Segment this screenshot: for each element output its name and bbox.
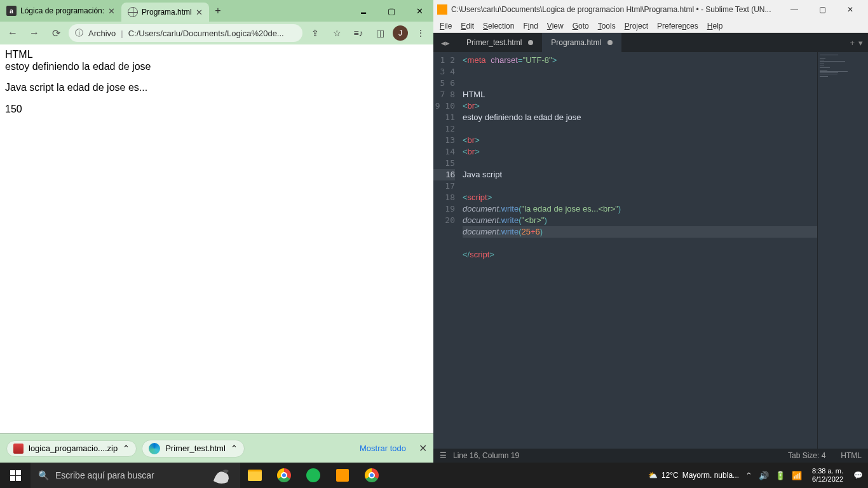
tab-nav[interactable]: ◂▸ [433,33,458,52]
status-bar: ☰ Line 16, Column 19 Tab Size: 4 HTML [433,449,868,463]
tab-dropdown-icon[interactable]: ▾ [858,38,863,48]
weather-desc: Mayorm. nubla... [682,471,739,480]
tab-title: Lógica de programación: [20,6,104,15]
window-title: C:\Users\carlu\Documents\Logica de progr… [451,5,780,14]
download-item[interactable]: logica_progamacio....zip ⌃ [6,440,137,457]
kebab-menu-icon[interactable]: ⋮ [412,24,430,42]
tab-title: Programa.html [142,8,192,17]
minimap[interactable] [817,52,868,449]
menu-help[interactable]: Help [703,20,727,32]
taskbar-app-chrome[interactable] [269,463,299,488]
zip-icon [13,444,24,454]
window-controls: — ▢ ✕ [780,5,864,14]
show-all-downloads[interactable]: Mostrar todo [360,444,406,453]
status-hamburger-icon[interactable]: ☰ [440,451,447,460]
reload-button[interactable]: ⟳ [47,24,65,42]
info-icon: ⓘ [75,27,83,39]
globe-icon [128,7,138,17]
battery-icon[interactable]: 🔋 [775,471,785,480]
menu-view[interactable]: View [543,20,567,32]
forward-button[interactable]: → [25,24,43,42]
notifications-icon[interactable]: 💬 [853,471,863,480]
window-controls: 🗕 ▢ ✕ [349,0,433,22]
taskbar-app-spotify[interactable] [299,463,328,488]
back-button[interactable]: ← [4,24,22,42]
tray-icons: ⌃ 🔊 🔋 📶 [745,471,802,480]
spotify-icon [306,468,320,482]
menu-goto[interactable]: Goto [569,20,593,32]
chrome-toolbar: ← → ⟳ ⓘ Archivo | C:/Users/carlu/Documen… [0,22,433,44]
browser-tab-inactive[interactable]: a Lógica de programación: ✕ [0,0,121,22]
close-icon[interactable]: ✕ [196,8,203,17]
clock-time: 8:38 a. m. [812,467,843,475]
side-panel-icon[interactable]: ◫ [371,24,389,42]
sublime-logo-icon [437,4,447,15]
reading-list-icon[interactable]: ≡♪ [349,24,367,42]
chevron-up-icon[interactable]: ⌃ [745,471,752,480]
editor-tabs: ◂▸ Primer_test.html Programa.html + ▾ [433,33,868,52]
menu-file[interactable]: File [436,20,456,32]
edge-icon [149,443,160,454]
new-tab-button[interactable]: + [209,0,227,22]
menu-project[interactable]: Project [621,20,652,32]
taskbar-app-chrome-2[interactable] [357,463,386,488]
profile-avatar[interactable]: J [393,25,408,41]
bookmark-icon[interactable]: ☆ [328,24,346,42]
taskbar-app-explorer[interactable] [240,463,269,488]
taskbar-search[interactable]: 🔍 Escribe aquí para buscar [31,463,240,488]
address-bar[interactable]: ⓘ Archivo | C:/Users/carlu/Documents/Log… [69,24,302,42]
page-text: HTML [5,48,428,60]
maximize-icon[interactable]: ▢ [808,5,836,14]
editor-body: 1 2 3 4 5 6 7 8 9 10 11 12 13 14 15 16 1… [433,52,868,449]
folder-icon [248,470,262,481]
minimize-icon[interactable]: 🗕 [349,0,377,22]
download-item[interactable]: Primer_test.html ⌃ [142,440,245,458]
status-cursor-pos[interactable]: Line 16, Column 19 [453,451,519,460]
weather-widget[interactable]: ⛅ 12°C Mayorm. nubla... [648,471,739,480]
start-button[interactable] [0,463,31,488]
downloads-bar: logica_progamacio....zip ⌃ Primer_test.h… [0,433,433,463]
dirty-indicator-icon [607,40,613,45]
status-syntax[interactable]: HTML [841,451,862,460]
chrome-icon [365,468,379,482]
sublime-window: C:\Users\carlu\Documents\Logica de progr… [433,0,868,463]
menu-bar: File Edit Selection Find View Goto Tools… [433,19,868,33]
editor-tab[interactable]: Primer_test.html [458,33,542,52]
volume-icon[interactable]: 🔊 [759,471,769,480]
minimize-icon[interactable]: — [780,5,808,14]
new-tab-icon[interactable]: + [850,38,855,48]
weather-temp: 12°C [661,471,679,480]
share-icon[interactable]: ⇪ [306,24,324,42]
browser-tab-active[interactable]: Programa.html ✕ [121,3,209,22]
chevron-up-icon[interactable]: ⌃ [123,444,130,453]
page-content: HTML estoy definiendo la edad de jose Ja… [0,44,433,433]
download-filename: logica_progamacio....zip [29,444,118,453]
page-text: estoy definiendo la edad de jose [5,60,428,72]
close-icon[interactable]: ✕ [405,0,433,22]
menu-selection[interactable]: Selection [479,20,518,32]
taskbar-app-sublime[interactable] [328,463,357,488]
maximize-icon[interactable]: ▢ [377,0,405,22]
page-text: Java script la edad de jose es... [5,81,428,93]
menu-preferences[interactable]: Preferences [653,20,702,32]
code-area[interactable]: <meta charset="UTF-8"> HTML <br> estoy d… [460,52,817,449]
line-gutter[interactable]: 1 2 3 4 5 6 7 8 9 10 11 12 13 14 15 16 1… [433,52,460,449]
address-prefix: Archivo [88,29,116,38]
taskbar-clock[interactable]: 8:38 a. m. 6/12/2022 [808,467,847,484]
search-icon: 🔍 [38,470,49,480]
status-tabsize[interactable]: Tab Size: 4 [788,451,825,460]
close-icon[interactable]: ✕ [419,442,427,454]
cortana-bird-icon [210,466,233,485]
menu-tools[interactable]: Tools [594,20,620,32]
windows-logo-icon [10,470,21,481]
close-icon[interactable]: ✕ [836,5,864,14]
menu-edit[interactable]: Edit [457,20,478,32]
dirty-indicator-icon [528,40,533,45]
menu-find[interactable]: Find [519,20,541,32]
chrome-window: a Lógica de programación: ✕ Programa.htm… [0,0,433,463]
wifi-icon[interactable]: 📶 [792,471,802,480]
sublime-titlebar[interactable]: C:\Users\carlu\Documents\Logica de progr… [433,0,868,19]
editor-tab-active[interactable]: Programa.html [542,33,621,52]
close-icon[interactable]: ✕ [108,6,115,16]
chevron-up-icon[interactable]: ⌃ [231,444,238,453]
